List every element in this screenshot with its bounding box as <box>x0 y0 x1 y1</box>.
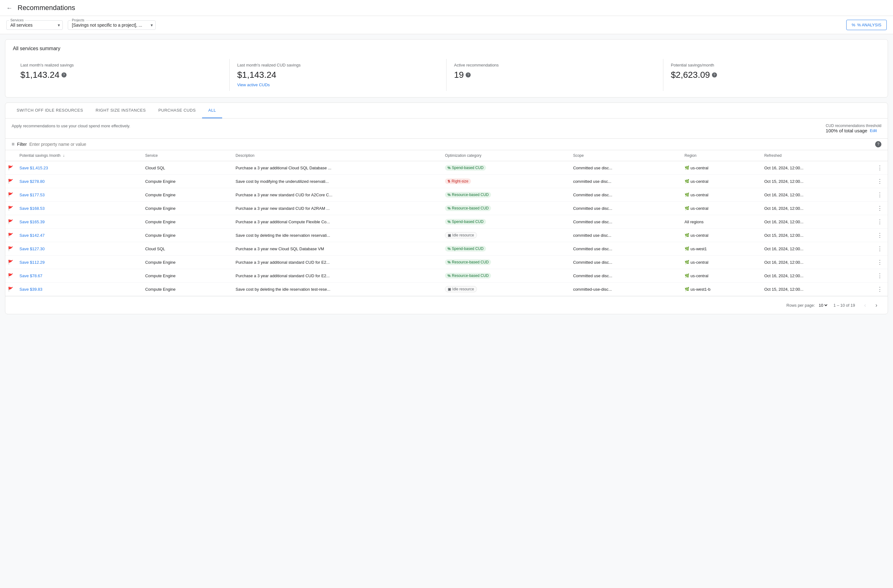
savings-cell: Save $1,415.23 <box>16 161 141 175</box>
scope-cell: committed-use-disc... <box>569 282 681 296</box>
save-link[interactable]: Save $39.83 <box>20 287 42 292</box>
region-value: us-central <box>691 206 708 211</box>
region-value: us-west1 <box>691 246 707 251</box>
more-actions-icon[interactable]: ⋮ <box>876 231 884 240</box>
save-link[interactable]: Save $278.80 <box>20 179 45 184</box>
optimization-icon: ▣ <box>448 233 451 237</box>
save-link[interactable]: Save $127.30 <box>20 246 45 251</box>
description-cell: Save cost by deleting the idle reservati… <box>232 282 442 296</box>
card-potential-savings-label: Potential savings/month <box>671 63 873 68</box>
save-link[interactable]: Save $177.53 <box>20 192 45 197</box>
projects-select[interactable]: Projects [Savings not specific to a proj… <box>68 20 156 30</box>
region-cell: 🌿us-west1 <box>685 246 757 251</box>
optimization-cell: % Spend-based CUD <box>441 215 569 229</box>
region-cell: 🌿us-central <box>685 260 757 265</box>
more-actions-icon[interactable]: ⋮ <box>876 164 884 172</box>
projects-value: [Savings not specific to a project], ... <box>72 22 142 28</box>
projects-arrow-icon: ▾ <box>150 22 153 28</box>
potential-savings-info-icon[interactable]: ? <box>712 72 717 78</box>
col-savings[interactable]: Potential savings /month ↓ <box>16 150 141 161</box>
description-cell: Purchase a 3 year additional Cloud SQL D… <box>232 161 442 175</box>
save-link[interactable]: Save $142.47 <box>20 233 45 238</box>
flag-icon: 🚩 <box>8 219 13 224</box>
optimization-badge: % Spend-based CUD <box>445 219 486 225</box>
more-actions-icon[interactable]: ⋮ <box>876 177 884 186</box>
services-value: All services <box>11 22 33 28</box>
flag-cell: 🚩 <box>5 202 16 215</box>
tab-all[interactable]: ALL <box>202 103 222 118</box>
more-actions-icon[interactable]: ⋮ <box>876 285 884 294</box>
optimization-cell: ⇅ Right-size <box>441 175 569 188</box>
recommendations-table: Potential savings /month ↓ Service Descr… <box>5 150 888 296</box>
optimization-cell: % Spend-based CUD <box>441 161 569 175</box>
region-td: 🌿us-central <box>681 256 761 269</box>
more-actions-icon[interactable]: ⋮ <box>876 271 884 280</box>
services-select[interactable]: Services All services ▾ <box>6 20 63 30</box>
cud-threshold-edit-link[interactable]: Edit <box>870 128 877 133</box>
more-actions-icon[interactable]: ⋮ <box>876 244 884 253</box>
rows-per-page-control: Rows per page: 10 25 50 <box>786 303 828 308</box>
tab-purchase-cuds[interactable]: PURCHASE CUDS <box>152 103 202 118</box>
description-cell: Purchase a 3 year additional standard CU… <box>232 256 442 269</box>
service-cell: Cloud SQL <box>141 242 232 256</box>
optimization-badge: % Resource-based CUD <box>445 273 491 279</box>
optimization-icon: % <box>448 247 451 250</box>
region-cell: 🌿us-central <box>685 206 757 211</box>
leaf-icon: 🌿 <box>685 260 689 264</box>
active-recs-info-icon[interactable]: ? <box>466 72 471 78</box>
actions-cell: ⋮ <box>872 282 888 296</box>
services-arrow-icon: ▾ <box>58 22 60 28</box>
flag-icon: 🚩 <box>8 192 13 197</box>
pagination-bar: Rows per page: 10 25 50 1 – 10 of 19 ‹ › <box>5 296 888 314</box>
actions-cell: ⋮ <box>872 202 888 215</box>
region-cell: 🌿us-central <box>685 233 757 238</box>
analysis-percent-icon: % <box>852 22 855 27</box>
save-link[interactable]: Save $112.29 <box>20 260 45 265</box>
col-flag <box>5 150 16 161</box>
save-link[interactable]: Save $78.67 <box>20 273 42 278</box>
back-button[interactable]: ← <box>6 4 12 12</box>
more-actions-icon[interactable]: ⋮ <box>876 190 884 199</box>
save-link[interactable]: Save $168.53 <box>20 206 45 211</box>
table-row: 🚩 Save $78.67 Compute Engine Purchase a … <box>5 269 888 282</box>
tab-right-size[interactable]: RIGHT SIZE INSTANCES <box>89 103 152 118</box>
actions-cell: ⋮ <box>872 188 888 202</box>
savings-cell: Save $127.30 <box>16 242 141 256</box>
optimization-cell: ▣ Idle resource <box>441 282 569 296</box>
flag-icon: 🚩 <box>8 233 13 238</box>
more-actions-icon[interactable]: ⋮ <box>876 204 884 213</box>
savings-cell: Save $177.53 <box>16 188 141 202</box>
rows-per-page-select[interactable]: 10 25 50 <box>817 303 828 308</box>
region-value: us-central <box>691 192 708 197</box>
leaf-icon: 🌿 <box>685 206 689 210</box>
region-cell: 🌿us-west1-b <box>685 287 757 292</box>
card-cud-savings-value: $1,143.24 <box>237 70 439 80</box>
filter-help-icon[interactable]: ? <box>875 141 881 147</box>
table-row: 🚩 Save $1,415.23 Cloud SQL Purchase a 3 … <box>5 161 888 175</box>
scope-cell: committed use disc... <box>569 175 681 188</box>
prev-page-button[interactable]: ‹ <box>860 300 870 310</box>
view-cuds-link[interactable]: View active CUDs <box>237 82 439 87</box>
col-scope: Scope <box>569 150 681 161</box>
tab-switch-off[interactable]: SWITCH OFF IDLE RESOURCES <box>11 103 89 118</box>
region-td: 🌿us-central <box>681 269 761 282</box>
next-page-button[interactable]: › <box>871 300 881 310</box>
col-service: Service <box>141 150 232 161</box>
rows-per-page-label: Rows per page: <box>786 303 815 308</box>
page-title: Recommendations <box>18 4 75 12</box>
more-actions-icon[interactable]: ⋮ <box>876 258 884 267</box>
analysis-button[interactable]: % % ANALYSIS <box>846 20 887 30</box>
filter-icon: ≡ <box>12 141 14 147</box>
optimization-cell: ▣ Idle resource <box>441 229 569 242</box>
more-actions-icon[interactable]: ⋮ <box>876 218 884 226</box>
save-link[interactable]: Save $1,415.23 <box>20 166 48 170</box>
realized-savings-info-icon[interactable]: ? <box>62 72 66 78</box>
refreshed-cell: Oct 16, 2024, 12:00... <box>761 242 872 256</box>
save-link[interactable]: Save $165.39 <box>20 219 45 224</box>
leaf-icon: 🌿 <box>685 287 689 291</box>
col-refreshed: Refreshed <box>761 150 872 161</box>
filter-input[interactable] <box>29 142 873 147</box>
savings-cell: Save $278.80 <box>16 175 141 188</box>
projects-label: Projects <box>71 18 86 22</box>
optimization-icon: ⇅ <box>448 179 450 183</box>
